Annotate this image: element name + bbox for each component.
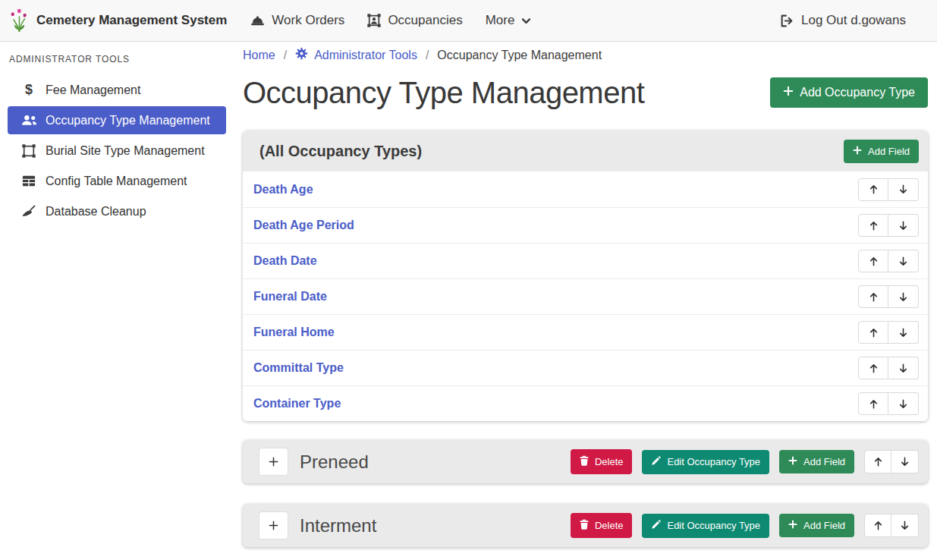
move-up-button[interactable] — [864, 514, 891, 537]
move-down-button[interactable] — [888, 285, 919, 308]
move-down-button[interactable] — [891, 514, 919, 537]
add-field-button[interactable]: Add Field — [779, 450, 854, 473]
hard-hat-icon — [250, 15, 265, 27]
reorder-buttons — [858, 392, 919, 415]
expand-section-button[interactable] — [259, 512, 288, 539]
field-row: Death Age — [243, 171, 928, 207]
field-row: Funeral Date — [243, 278, 928, 314]
trash-icon — [580, 519, 589, 532]
nav-work-orders-label: Work Orders — [272, 13, 344, 28]
sidebar-item-fee-management[interactable]: Fee Management — [8, 76, 226, 104]
reorder-buttons — [858, 178, 919, 201]
arrow-up-icon — [873, 520, 884, 531]
trash-icon — [580, 455, 589, 468]
breadcrumb-admin-tools-label: Administrator Tools — [314, 49, 417, 62]
move-down-button[interactable] — [888, 392, 919, 415]
move-up-button[interactable] — [858, 285, 888, 308]
arrow-up-icon — [868, 220, 879, 231]
arrow-up-icon — [873, 456, 884, 467]
move-up-button[interactable] — [858, 214, 888, 237]
move-down-button[interactable] — [888, 214, 919, 237]
move-up-button[interactable] — [858, 357, 888, 379]
section-title: Preneed — [300, 451, 571, 473]
move-down-button[interactable] — [888, 178, 919, 201]
reorder-buttons — [858, 214, 919, 237]
sidebar-item-config-table-management[interactable]: Config Table Management — [8, 167, 226, 195]
sidebar-item-burial-site-type-management[interactable]: Burial Site Type Management — [8, 137, 226, 165]
sidebar-heading: ADMINISTRATOR TOOLS — [0, 48, 235, 74]
top-navbar: Cemetery Management System Work Orders — [0, 0, 937, 42]
users-icon — [20, 115, 37, 126]
occupancy-frame-icon — [367, 14, 381, 27]
reorder-buttons — [858, 250, 919, 272]
broom-icon — [20, 205, 37, 219]
vector-square-icon — [20, 144, 37, 158]
move-down-button[interactable] — [891, 450, 919, 473]
field-row: Death Date — [243, 243, 928, 278]
arrow-down-icon — [899, 520, 910, 531]
edit-occupancy-type-button[interactable]: Edit Occupancy Type — [642, 514, 769, 538]
field-link[interactable]: Death Age — [253, 183, 313, 197]
arrow-down-icon — [898, 291, 909, 303]
breadcrumb-administrator-tools[interactable]: Administrator Tools — [295, 47, 417, 63]
add-field-button[interactable]: Add Field — [779, 514, 854, 537]
field-link[interactable]: Container Type — [253, 397, 341, 411]
add-occupancy-type-button[interactable]: Add Occupancy Type — [770, 77, 928, 108]
logout-link[interactable]: Log Out d.gowans — [769, 8, 917, 33]
nav-occupancies[interactable]: Occupancies — [356, 8, 473, 33]
add-field-button[interactable]: Add Field — [844, 140, 919, 163]
app-title: Cemetery Management System — [36, 13, 227, 28]
nav-work-orders[interactable]: Work Orders — [239, 8, 356, 33]
add-field-label: Add Field — [803, 520, 845, 531]
move-up-button[interactable] — [864, 450, 891, 473]
arrow-down-icon — [898, 398, 909, 410]
delete-button[interactable]: Delete — [571, 513, 633, 538]
sidebar-item-label: Fee Management — [46, 83, 140, 97]
nav-occupancies-label: Occupancies — [388, 13, 462, 28]
navbar-left: Cemetery Management System Work Orders — [9, 8, 542, 33]
field-link[interactable]: Death Age Period — [253, 219, 354, 232]
move-up-button[interactable] — [858, 178, 888, 201]
edit-label: Edit Occupancy Type — [667, 520, 760, 531]
field-link[interactable]: Death Date — [253, 254, 317, 268]
plus-icon — [783, 86, 794, 99]
field-link[interactable]: Funeral Date — [253, 290, 327, 304]
move-up-button[interactable] — [858, 250, 888, 272]
breadcrumb: Home / Administrator Tools — [243, 47, 928, 63]
sidebar-item-label: Burial Site Type Management — [46, 144, 205, 158]
arrow-up-icon — [868, 363, 879, 374]
reorder-buttons — [858, 285, 919, 308]
field-link[interactable]: Funeral Home — [253, 326, 335, 339]
move-down-button[interactable] — [888, 321, 919, 344]
breadcrumb-home[interactable]: Home — [243, 49, 275, 62]
logout-label: Log Out d.gowans — [801, 13, 906, 28]
add-field-label: Add Field — [803, 456, 845, 467]
sidebar-item-database-cleanup[interactable]: Database Cleanup — [8, 197, 226, 225]
move-down-button[interactable] — [888, 357, 919, 379]
sidebar: ADMINISTRATOR TOOLS Fee Management Occup… — [0, 42, 235, 560]
tulip-logo-icon — [9, 8, 30, 33]
arrow-down-icon — [898, 220, 909, 231]
field-row: Container Type — [243, 385, 928, 421]
field-link[interactable]: Committal Type — [253, 361, 344, 375]
edit-occupancy-type-button[interactable]: Edit Occupancy Type — [642, 450, 769, 474]
sidebar-item-occupancy-type-management[interactable]: Occupancy Type Management — [8, 106, 226, 134]
edit-label: Edit Occupancy Type — [667, 456, 760, 467]
nav-more-label: More — [486, 13, 515, 28]
delete-label: Delete — [595, 456, 624, 467]
move-up-button[interactable] — [858, 321, 888, 344]
plus-icon — [268, 520, 279, 531]
chevron-down-icon — [521, 16, 531, 26]
all-occupancy-types-card: (All Occupancy Types) Add Field Death Ag… — [243, 131, 928, 421]
reorder-buttons — [864, 514, 919, 537]
sidebar-item-label: Config Table Management — [46, 175, 187, 188]
move-up-button[interactable] — [858, 392, 888, 415]
expand-section-button[interactable] — [259, 448, 288, 475]
delete-button[interactable]: Delete — [571, 449, 633, 474]
breadcrumb-home-label: Home — [243, 49, 275, 62]
nav-more[interactable]: More — [474, 8, 543, 33]
move-down-button[interactable] — [888, 250, 919, 272]
add-field-label: Add Field — [868, 146, 910, 157]
sidebar-item-label: Database Cleanup — [46, 205, 146, 219]
add-occupancy-type-label: Add Occupancy Type — [800, 86, 915, 99]
